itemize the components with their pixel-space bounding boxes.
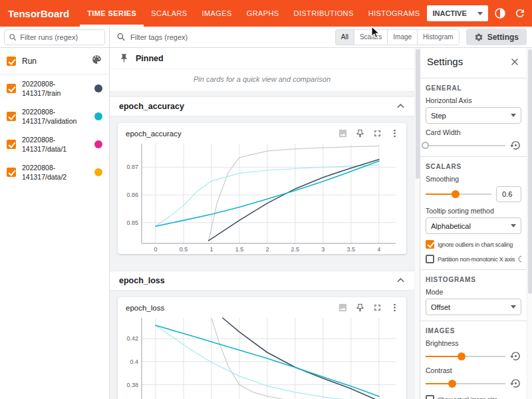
- filter-runs-box[interactable]: [4, 29, 105, 45]
- run-item[interactable]: 20220808-141317/validation: [0, 102, 109, 130]
- filter-tags-box[interactable]: [116, 32, 329, 42]
- svg-text:3.5: 3.5: [347, 246, 356, 253]
- run-checkbox[interactable]: [7, 112, 16, 121]
- chevron-up-icon[interactable]: [396, 102, 405, 111]
- histogram-mode-value: Offset: [431, 303, 450, 311]
- image-size-icon[interactable]: [338, 128, 348, 138]
- checkbox-icon[interactable]: [426, 395, 434, 399]
- filter-scalars-button[interactable]: Scalars: [354, 29, 388, 45]
- show-actual-size-checkbox-row[interactable]: Show actual image size: [426, 395, 521, 399]
- more-options-icon[interactable]: [390, 303, 400, 313]
- tab-time-series[interactable]: TIME SERIES: [80, 0, 144, 27]
- tooltip-sort-label: Tooltip sorting method: [426, 207, 521, 215]
- select-all-runs-checkbox[interactable]: [7, 57, 16, 66]
- settings-panel-title: Settings: [427, 56, 463, 67]
- pin-card-icon[interactable]: [355, 303, 365, 313]
- smoothing-value-input[interactable]: 0.6: [496, 186, 521, 202]
- slider-thumb[interactable]: [448, 380, 456, 388]
- run-checkbox[interactable]: [7, 168, 16, 177]
- scrollbar-thumb[interactable]: [416, 49, 420, 179]
- smoothing-slider[interactable]: [426, 190, 491, 199]
- partition-x-axis-checkbox-row[interactable]: Partition non-monotonic X axis: [426, 255, 521, 263]
- pinned-title: Pinned: [136, 54, 164, 63]
- histogram-mode-select[interactable]: Offset: [426, 299, 521, 315]
- reload-status-select[interactable]: INACTIVE: [427, 5, 488, 21]
- reset-brightness-icon[interactable]: [510, 350, 521, 362]
- settings-scrollbar[interactable]: [527, 48, 532, 399]
- line-chart-epoch-accuracy[interactable]: 00.511.522.533.540.850.860.87: [119, 140, 402, 254]
- tab-distributions[interactable]: DISTRIBUTIONS: [287, 0, 361, 27]
- ignore-outliers-checkbox-row[interactable]: Ignore outliers in chart scaling: [426, 240, 521, 249]
- pin-icon: [119, 53, 129, 63]
- svg-text:0.86: 0.86: [126, 192, 138, 198]
- brightness-slider[interactable]: [426, 352, 505, 361]
- scalars-heading: SCALARS: [426, 163, 521, 170]
- more-options-icon[interactable]: [390, 128, 400, 138]
- refresh-button[interactable]: [512, 5, 528, 21]
- filter-histogram-button[interactable]: Histogram: [417, 29, 460, 45]
- horizontal-axis-select[interactable]: Step: [426, 107, 521, 124]
- run-item[interactable]: 20220808-141317/data/2: [0, 158, 109, 186]
- slider-thumb[interactable]: [458, 352, 466, 360]
- image-size-icon[interactable]: [338, 303, 348, 313]
- checkbox-icon[interactable]: [426, 255, 434, 263]
- svg-text:2.5: 2.5: [291, 246, 300, 253]
- svg-text:0.85: 0.85: [126, 219, 138, 226]
- filter-all-button[interactable]: All: [335, 29, 354, 45]
- fullscreen-icon[interactable]: [372, 303, 382, 313]
- tab-graphs[interactable]: GRAPHS: [239, 0, 287, 27]
- scalar-card-epoch-loss: epoch_loss: [118, 297, 406, 399]
- svg-text:0.5: 0.5: [180, 246, 188, 253]
- info-icon[interactable]: [518, 255, 521, 263]
- contrast-slider[interactable]: [426, 379, 505, 388]
- main-scrollbar[interactable]: [414, 48, 420, 399]
- svg-text:4: 4: [377, 246, 380, 253]
- reset-card-width-icon[interactable]: [510, 140, 521, 151]
- card-width-slider[interactable]: [426, 141, 505, 150]
- card-title: epoch_loss: [126, 304, 164, 312]
- line-chart-epoch-loss[interactable]: 00.511.522.533.540.360.380.40.42: [119, 314, 402, 399]
- palette-icon[interactable]: [91, 54, 102, 68]
- theme-toggle-button[interactable]: [492, 5, 508, 21]
- reset-contrast-icon[interactable]: [510, 378, 521, 389]
- runs-column-header: Run: [22, 57, 37, 66]
- run-checkbox[interactable]: [7, 140, 16, 149]
- svg-text:0.4: 0.4: [130, 358, 138, 365]
- section-header[interactable]: epoch_accuracy: [110, 96, 414, 116]
- settings-button-label: Settings: [487, 33, 519, 42]
- chevron-down-icon: [511, 224, 516, 227]
- slider-thumb[interactable]: [422, 142, 429, 149]
- images-heading: IMAGES: [426, 327, 521, 334]
- scrollbar-thumb[interactable]: [528, 49, 532, 294]
- tab-histograms[interactable]: HISTOGRAMS: [361, 0, 428, 27]
- run-color-dot: [94, 140, 102, 148]
- ignore-outliers-label: Ignore outliers in chart scaling: [438, 241, 513, 248]
- section-header[interactable]: epoch_loss: [110, 271, 414, 291]
- tag-type-filter-group: All Scalars Image Histogram: [335, 29, 460, 45]
- run-item[interactable]: 20220808-141317/data/1: [0, 130, 109, 158]
- filter-runs-input[interactable]: [20, 33, 100, 41]
- slider-thumb[interactable]: [452, 190, 460, 198]
- tab-scalars[interactable]: SCALARS: [144, 0, 194, 27]
- pin-card-icon[interactable]: [355, 128, 365, 138]
- run-checkbox[interactable]: [7, 84, 16, 93]
- chevron-down-icon: [511, 305, 516, 309]
- checkbox-icon[interactable]: [426, 240, 434, 249]
- settings-button[interactable]: Settings: [466, 29, 527, 45]
- svg-text:1.5: 1.5: [235, 246, 244, 253]
- run-item[interactable]: 20220808-141317/train: [0, 74, 109, 102]
- tooltip-sort-select[interactable]: Alphabetical: [426, 217, 521, 234]
- svg-text:0.87: 0.87: [126, 164, 138, 170]
- svg-text:0.42: 0.42: [126, 335, 138, 342]
- svg-text:1: 1: [209, 246, 213, 253]
- contrast-label: Contrast: [426, 366, 521, 374]
- chevron-up-icon[interactable]: [396, 276, 405, 285]
- tooltip-sort-value: Alphabetical: [431, 222, 471, 230]
- filter-image-button[interactable]: Image: [387, 29, 418, 45]
- tab-images[interactable]: IMAGES: [194, 0, 239, 27]
- fullscreen-icon[interactable]: [372, 128, 382, 138]
- filter-tags-input[interactable]: [130, 33, 329, 41]
- close-icon[interactable]: [509, 57, 520, 67]
- svg-text:3: 3: [321, 246, 325, 253]
- run-label: 20220808-141317/data/2: [22, 163, 83, 182]
